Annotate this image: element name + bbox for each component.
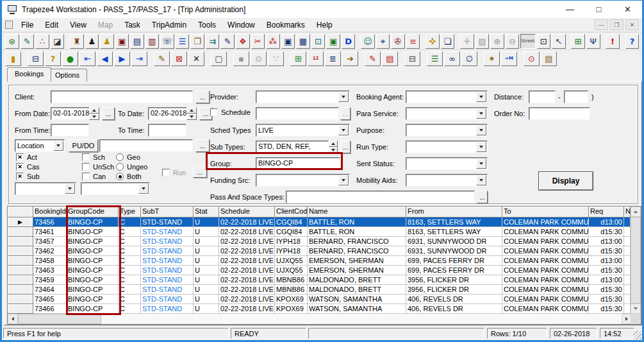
- cell-clientcode[interactable]: UJXQ55: [275, 256, 308, 266]
- table-row[interactable]: 73461BINGO-CPCSTD-STANDU02-22-2018 LIVEC…: [8, 227, 631, 237]
- column-header-req[interactable]: Req: [589, 207, 624, 218]
- vehicle-icon[interactable]: ▣: [115, 34, 129, 49]
- cell-schedule[interactable]: 02-22-2018 LIVE: [219, 275, 275, 285]
- agency-icon[interactable]: ♜: [70, 34, 84, 49]
- cell-stat[interactable]: U: [194, 285, 219, 295]
- vehicle-tour-icon[interactable]: ▣: [326, 34, 340, 49]
- cell-subt[interactable]: STD-STAND: [141, 218, 194, 227]
- cell-groupcode[interactable]: BINGO-CP: [67, 295, 119, 304]
- cell-name[interactable]: WATSON, SAMANTHA: [308, 304, 406, 314]
- context-help-icon[interactable]: ?: [45, 51, 61, 66]
- pudo-button[interactable]: PU/DO: [69, 139, 98, 152]
- grid-selector-header[interactable]: [8, 207, 33, 218]
- tab-bookings[interactable]: Bookings: [7, 67, 51, 81]
- map-points-edit-icon[interactable]: ∴: [35, 34, 49, 49]
- cell-n[interactable]: [624, 256, 631, 266]
- cell-from[interactable]: 3956, FLICKER DR: [406, 275, 502, 285]
- cell-req[interactable]: d13:00: [589, 275, 624, 285]
- checkbox-icon[interactable]: [16, 173, 24, 180]
- cell-groupcode[interactable]: BINGO-CP: [67, 237, 119, 246]
- bus-icon[interactable]: ▣: [281, 34, 295, 49]
- checklist-icon[interactable]: ☰: [427, 51, 443, 66]
- exit-door-icon[interactable]: ▮: [5, 51, 21, 66]
- cell-n[interactable]: [624, 285, 631, 295]
- run-type-dropdown[interactable]: [406, 141, 488, 153]
- menu-tools[interactable]: Tools: [192, 19, 222, 31]
- cell-to[interactable]: COLEMAN PARK COMMUN: [502, 275, 589, 285]
- address-book-icon[interactable]: ▤: [541, 51, 557, 66]
- row-selector[interactable]: [8, 285, 33, 295]
- alert-icon[interactable]: !: [606, 34, 620, 49]
- funding-src-dropdown[interactable]: [256, 174, 350, 187]
- cell-type[interactable]: C: [119, 266, 141, 275]
- row-selector[interactable]: [8, 275, 33, 285]
- spin-up-icon[interactable]: [89, 107, 99, 114]
- vehicle-stop-icon[interactable]: ▥: [145, 34, 160, 49]
- checkbox-icon[interactable]: [16, 153, 24, 161]
- spin-down-icon[interactable]: [89, 114, 99, 120]
- close-button[interactable]: ✕: [613, 1, 642, 18]
- cell-stat[interactable]: U: [194, 218, 219, 227]
- cell-groupcode[interactable]: BINGO-CP: [67, 246, 119, 256]
- blocks-icon[interactable]: ❖: [236, 34, 250, 49]
- menu-bookmarks[interactable]: Bookmarks: [261, 19, 311, 31]
- cell-groupcode[interactable]: BINGO-CP: [67, 266, 119, 275]
- table-row[interactable]: 73464BINGO-CPCSTD-STANDU02-22-2018 LIVEM…: [8, 285, 631, 295]
- cell-to[interactable]: COLEMAN PARK COMMUN: [502, 295, 589, 304]
- manifest-icon[interactable]: ▤: [382, 51, 398, 66]
- spin-up-icon[interactable]: [329, 141, 338, 147]
- sub-types-browse-button[interactable]: ...: [340, 141, 351, 153]
- cell-clientcode[interactable]: MBNB86: [275, 285, 308, 295]
- cell-to[interactable]: COLEMAN PARK COMMUN: [502, 218, 589, 227]
- scroll-down-icon[interactable]: [631, 304, 641, 314]
- spin-up-icon[interactable]: [186, 107, 197, 114]
- cell-groupcode[interactable]: BINGO-CP: [67, 218, 119, 227]
- data-d-icon[interactable]: D: [342, 34, 356, 49]
- cell-to[interactable]: COLEMAN PARK COMMUN: [502, 227, 589, 237]
- chevron-down-icon[interactable]: [338, 125, 349, 135]
- table-row[interactable]: 73459BINGO-CPCSTD-STANDU02-22-2018 LIVEM…: [8, 275, 631, 285]
- both-radio[interactable]: Both: [116, 173, 142, 180]
- prev-record-icon[interactable]: ◀: [97, 51, 113, 66]
- cell-stat[interactable]: U: [194, 266, 219, 275]
- grid-horizontal-scrollbar[interactable]: [8, 314, 632, 324]
- trip-monitor-icon[interactable]: ⊟: [28, 51, 44, 66]
- cell-from[interactable]: 699, PACES FERRY DR: [406, 266, 502, 275]
- cell-name[interactable]: EMERSON, SHERMAN: [308, 256, 406, 266]
- cell-type[interactable]: C: [119, 227, 141, 237]
- provider-dropdown[interactable]: [256, 90, 350, 103]
- new-record-icon[interactable]: ▢: [211, 51, 227, 66]
- cell-from[interactable]: 6931, SUNNYWOOD DR: [406, 246, 502, 256]
- detach-window-icon[interactable]: ❏: [441, 34, 455, 49]
- cell-bookingid[interactable]: 73461: [33, 227, 67, 237]
- cell-subt[interactable]: STD-STAND: [141, 256, 194, 266]
- cell-stat[interactable]: U: [194, 275, 219, 285]
- chevron-down-icon[interactable]: [476, 142, 486, 152]
- geo-radio[interactable]: Geo: [116, 153, 140, 161]
- column-header-from[interactable]: From: [406, 207, 502, 218]
- chevron-down-icon[interactable]: [476, 175, 486, 185]
- radio-icon[interactable]: [116, 163, 124, 171]
- cell-name[interactable]: MALDONADO, BRETT: [308, 285, 406, 295]
- booking-cards-icon[interactable]: ❐: [190, 34, 204, 49]
- cell-n[interactable]: [624, 275, 631, 285]
- column-header-n[interactable]: N: [624, 207, 631, 218]
- cell-clientcode[interactable]: CGQI84: [275, 218, 308, 227]
- client-input[interactable]: [51, 90, 193, 103]
- auto-schedule-icon[interactable]: ✶: [484, 51, 500, 66]
- delete-record-icon[interactable]: ✕: [188, 51, 204, 66]
- menu-view[interactable]: View: [64, 19, 92, 31]
- menu-file[interactable]: File: [15, 19, 39, 31]
- order-no-input[interactable]: [529, 107, 590, 120]
- can-filter-dropdown[interactable]: [81, 182, 150, 195]
- chevron-down-icon[interactable]: [65, 184, 75, 194]
- checkbox-icon[interactable]: [82, 163, 90, 171]
- column-header-name[interactable]: Name: [308, 207, 406, 218]
- cell-clientcode[interactable]: IYPH18: [275, 246, 308, 256]
- distance-to-input[interactable]: [564, 90, 588, 103]
- find-client-icon[interactable]: ☺: [361, 34, 375, 49]
- cell-to[interactable]: COLEMAN PARK COMMUN: [502, 285, 589, 295]
- cell-bookingid[interactable]: 73466: [33, 304, 67, 314]
- can-checkbox[interactable]: Can: [82, 173, 106, 180]
- cell-type[interactable]: C: [119, 295, 141, 304]
